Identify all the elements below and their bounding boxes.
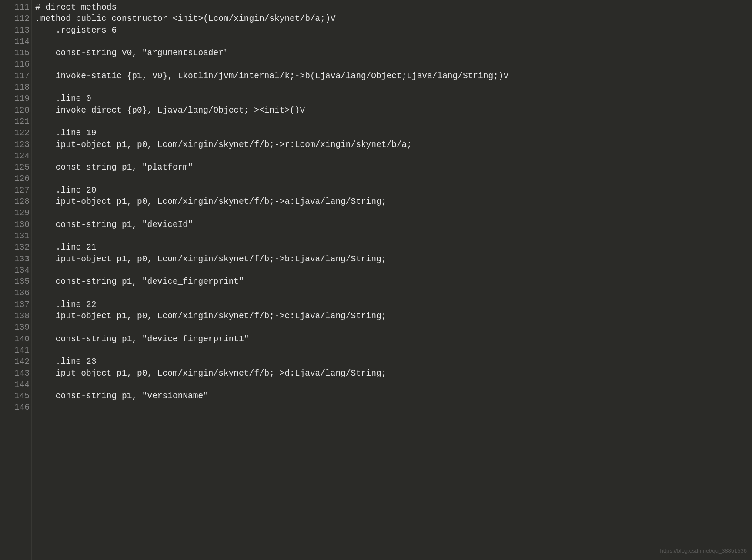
code-line[interactable]: const-string p1, "platform": [35, 162, 752, 173]
line-number: 134: [0, 265, 30, 276]
code-editor[interactable]: 1111121131141151161171181191201211221231…: [0, 0, 752, 560]
code-line[interactable]: invoke-static {p1, v0}, Lkotlin/jvm/inte…: [35, 70, 752, 82]
code-line[interactable]: .line 21: [35, 242, 752, 253]
code-line[interactable]: [35, 82, 752, 93]
code-line[interactable]: .line 23: [35, 356, 752, 367]
code-line[interactable]: [35, 265, 752, 276]
code-line[interactable]: # direct methods: [35, 2, 752, 13]
line-number: 135: [0, 276, 30, 287]
code-line[interactable]: const-string p1, "deviceId": [35, 219, 752, 230]
code-line[interactable]: [35, 36, 752, 47]
code-line[interactable]: .registers 6: [35, 25, 752, 36]
line-number: 122: [0, 127, 30, 139]
code-line[interactable]: .method public constructor <init>(Lcom/x…: [35, 13, 752, 24]
line-number: 141: [0, 345, 30, 356]
line-number: 121: [0, 116, 30, 127]
line-number: 126: [0, 173, 30, 184]
line-number: 139: [0, 322, 30, 333]
code-line[interactable]: iput-object p1, p0, Lcom/xingin/skynet/f…: [35, 310, 752, 322]
code-line[interactable]: const-string v0, "argumentsLoader": [35, 47, 752, 59]
line-number: 144: [0, 379, 30, 390]
line-number: 120: [0, 105, 30, 116]
line-number: 138: [0, 310, 30, 322]
code-line[interactable]: iput-object p1, p0, Lcom/xingin/skynet/f…: [35, 139, 752, 150]
code-line[interactable]: const-string p1, "versionName": [35, 390, 752, 402]
code-line[interactable]: [35, 402, 752, 413]
code-line[interactable]: iput-object p1, p0, Lcom/xingin/skynet/f…: [35, 368, 752, 379]
line-number: 119: [0, 93, 30, 104]
line-number: 129: [0, 207, 30, 219]
watermark-text: https://blog.csdn.net/qq_38851536: [660, 545, 747, 557]
line-number: 128: [0, 196, 30, 207]
code-line[interactable]: [35, 379, 752, 390]
line-number: 133: [0, 253, 30, 265]
line-number: 111: [0, 2, 30, 13]
line-number: 137: [0, 299, 30, 310]
line-number: 125: [0, 162, 30, 173]
code-line[interactable]: const-string p1, "device_fingerprint1": [35, 333, 752, 345]
code-line[interactable]: [35, 322, 752, 333]
line-number: 145: [0, 390, 30, 402]
line-number: 113: [0, 25, 30, 36]
code-line[interactable]: .line 20: [35, 185, 752, 196]
line-number: 130: [0, 219, 30, 230]
code-line[interactable]: [35, 230, 752, 242]
line-number: 115: [0, 47, 30, 59]
line-number: 140: [0, 333, 30, 345]
line-number: 112: [0, 13, 30, 24]
line-number-gutter: 1111121131141151161171181191201211221231…: [0, 0, 31, 560]
code-line[interactable]: [35, 59, 752, 70]
code-line[interactable]: [35, 116, 752, 127]
code-line[interactable]: [35, 173, 752, 184]
line-number: 123: [0, 139, 30, 150]
line-number: 143: [0, 368, 30, 379]
line-number: 131: [0, 230, 30, 242]
code-content[interactable]: # direct methods.method public construct…: [35, 0, 752, 560]
code-line[interactable]: const-string p1, "device_fingerprint": [35, 276, 752, 287]
code-line[interactable]: [35, 345, 752, 356]
code-line[interactable]: [35, 150, 752, 162]
line-number: 124: [0, 150, 30, 162]
line-number: 142: [0, 356, 30, 367]
line-number: 114: [0, 36, 30, 47]
code-line[interactable]: invoke-direct {p0}, Ljava/lang/Object;->…: [35, 105, 752, 116]
line-number: 146: [0, 402, 30, 413]
line-number: 127: [0, 185, 30, 196]
line-number: 117: [0, 70, 30, 82]
code-line[interactable]: .line 22: [35, 299, 752, 310]
line-number: 116: [0, 59, 30, 70]
line-number: 118: [0, 82, 30, 93]
code-line[interactable]: .line 0: [35, 93, 752, 104]
indent-ruler: [31, 0, 32, 560]
code-line[interactable]: iput-object p1, p0, Lcom/xingin/skynet/f…: [35, 253, 752, 265]
code-line[interactable]: iput-object p1, p0, Lcom/xingin/skynet/f…: [35, 196, 752, 207]
code-line[interactable]: .line 19: [35, 127, 752, 139]
line-number: 136: [0, 287, 30, 299]
code-line[interactable]: [35, 207, 752, 219]
line-number: 132: [0, 242, 30, 253]
code-line[interactable]: [35, 287, 752, 299]
